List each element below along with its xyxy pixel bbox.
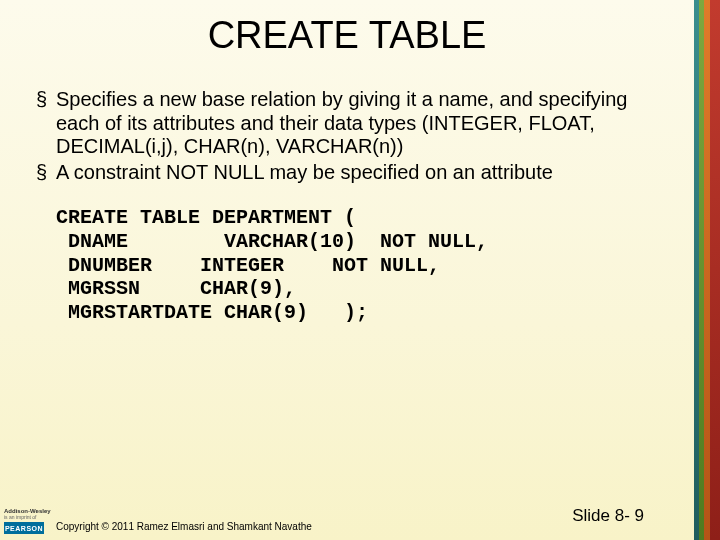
stripe — [710, 0, 720, 540]
footer: Addison-Wesley is an imprint of PEARSON … — [0, 484, 694, 540]
decorative-stripes — [694, 0, 720, 540]
slide: CREATE TABLE Specifies a new base relati… — [0, 0, 720, 540]
copyright-text: Copyright © 2011 Ramez Elmasri and Shamk… — [56, 521, 312, 532]
publisher-line2: is an imprint of — [4, 515, 48, 520]
slide-number: Slide 8- 9 — [572, 506, 644, 526]
slide-title: CREATE TABLE — [0, 14, 694, 57]
code-block: CREATE TABLE DEPARTMENT ( DNAME VARCHAR(… — [56, 206, 676, 324]
bullet-item: Specifies a new base relation by giving … — [36, 88, 676, 159]
bullet-item: A constraint NOT NULL may be specified o… — [36, 161, 676, 185]
slide-body: Specifies a new base relation by giving … — [36, 88, 676, 324]
pearson-logo: PEARSON — [4, 522, 44, 534]
bullet-list: Specifies a new base relation by giving … — [36, 88, 676, 184]
publisher-block: Addison-Wesley is an imprint of PEARSON — [4, 508, 48, 534]
